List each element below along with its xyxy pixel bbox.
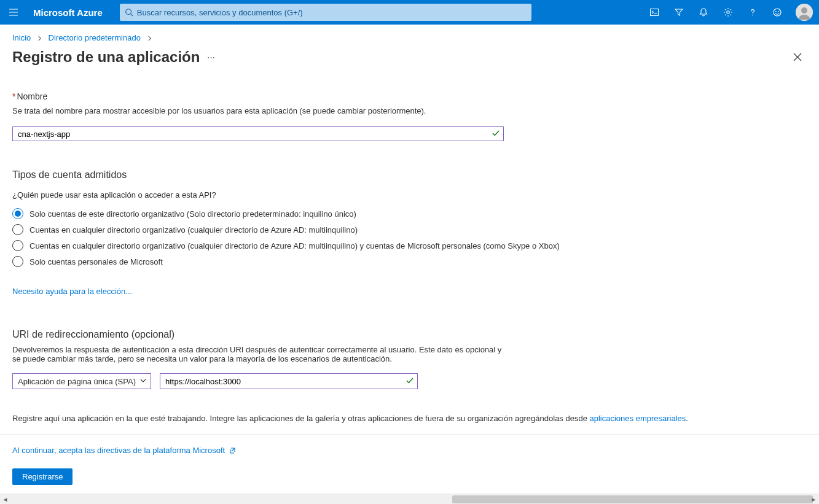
account-option-personal-only[interactable]: Solo cuentas personales de Microsoft <box>12 256 819 267</box>
close-icon <box>793 53 802 61</box>
hamburger-icon <box>9 7 18 17</box>
svg-line-1 <box>130 14 133 17</box>
feedback-button[interactable] <box>765 0 790 25</box>
svg-rect-2 <box>651 9 659 16</box>
filter-icon <box>674 7 684 17</box>
checkmark-icon <box>406 376 414 385</box>
svg-point-8 <box>801 7 807 14</box>
bell-icon <box>699 7 708 17</box>
radio-icon <box>12 224 23 235</box>
settings-button[interactable] <box>716 0 740 25</box>
name-input-wrapper <box>12 126 504 141</box>
person-icon <box>796 4 813 21</box>
notifications-button[interactable] <box>691 0 716 25</box>
azure-topbar: Microsoft Azure <box>0 0 819 25</box>
svg-point-5 <box>775 11 777 12</box>
redirect-heading: URI de redireccionamiento (opcional) <box>12 329 819 340</box>
svg-point-4 <box>774 9 781 16</box>
svg-point-6 <box>778 11 779 12</box>
enterprise-apps-link[interactable]: aplicaciones empresariales <box>590 414 686 423</box>
search-icon <box>125 8 133 17</box>
platform-select-value: Aplicación de página única (SPA) <box>18 377 136 386</box>
account-types-heading: Tipos de cuenta admitidos <box>12 169 819 180</box>
radio-label: Cuentas en cualquier directorio organiza… <box>29 241 560 250</box>
svg-point-3 <box>727 11 729 14</box>
redirect-uri-input-wrapper <box>160 373 418 389</box>
help-button[interactable] <box>740 0 765 25</box>
enterprise-apps-note: Registre aquí una aplicación en la que e… <box>12 414 819 423</box>
page-header: Registro de una aplicación ⋯ <box>12 48 819 66</box>
account-help-link[interactable]: Necesito ayuda para la elección... <box>12 287 132 296</box>
account-types-question: ¿Quién puede usar esta aplicación o acce… <box>12 190 819 200</box>
radio-label: Solo cuentas personales de Microsoft <box>29 257 163 266</box>
more-actions-button[interactable]: ⋯ <box>207 53 216 62</box>
chevron-down-icon <box>139 377 147 384</box>
global-search[interactable] <box>120 4 531 21</box>
radio-icon <box>12 240 23 251</box>
breadcrumb-home[interactable]: Inicio <box>12 33 31 42</box>
cloud-shell-button[interactable] <box>642 0 667 25</box>
account-option-multi-tenant[interactable]: Cuentas en cualquier directorio organiza… <box>12 224 819 235</box>
menu-toggle-button[interactable] <box>0 0 27 25</box>
chevron-right-icon <box>147 36 152 41</box>
chevron-right-icon <box>37 36 42 41</box>
name-label: *Nombre <box>12 91 688 101</box>
account-avatar[interactable] <box>796 4 813 21</box>
checkmark-icon <box>492 129 500 138</box>
name-description: Se trata del nombre para mostrar accesib… <box>12 106 688 115</box>
account-option-multi-personal[interactable]: Cuentas en cualquier directorio organiza… <box>12 240 819 251</box>
redirect-uri-row: Aplicación de página única (SPA) <box>12 373 819 389</box>
account-option-single-tenant[interactable]: Solo cuentas de este directorio organiza… <box>12 208 819 219</box>
svg-point-0 <box>126 9 131 15</box>
policies-link[interactable]: Al continuar, acepta las directivas de l… <box>12 446 236 455</box>
redirect-description: Devolveremos la respuesta de autenticaci… <box>12 345 504 363</box>
global-search-input[interactable] <box>137 8 527 17</box>
scroll-left-icon: ◄ <box>0 494 10 504</box>
horizontal-scrollbar[interactable]: ◄ ► <box>0 494 819 504</box>
cloud-shell-icon <box>649 7 659 17</box>
platform-select[interactable]: Aplicación de página única (SPA) <box>12 373 151 389</box>
breadcrumb: Inicio Directorio predeterminado <box>12 25 819 46</box>
close-blade-button[interactable] <box>791 50 804 64</box>
external-link-icon <box>229 447 236 454</box>
radio-label: Cuentas en cualquier directorio organiza… <box>29 225 358 235</box>
breadcrumb-directory[interactable]: Directorio predeterminado <box>49 33 141 42</box>
page-content: Inicio Directorio predeterminado Registr… <box>0 25 819 504</box>
radio-icon <box>12 208 23 219</box>
brand-label[interactable]: Microsoft Azure <box>27 7 115 18</box>
name-section: *Nombre Se trata del nombre para mostrar… <box>12 91 688 141</box>
scrollbar-thumb[interactable] <box>452 495 813 503</box>
blade-footer: Al continuar, acepta las directivas de l… <box>0 434 819 494</box>
directories-button[interactable] <box>667 0 691 25</box>
redirect-uri-input[interactable] <box>160 373 418 389</box>
radio-label: Solo cuentas de este directorio organiza… <box>29 209 356 219</box>
scroll-right-icon: ► <box>809 494 819 504</box>
help-icon <box>748 7 758 17</box>
gear-icon <box>723 7 733 17</box>
page-title: Registro de una aplicación <box>12 48 200 66</box>
app-name-input[interactable] <box>12 126 504 141</box>
smiley-icon <box>772 7 782 17</box>
radio-icon <box>12 256 23 267</box>
account-types-group: Solo cuentas de este directorio organiza… <box>12 208 819 267</box>
register-button[interactable]: Registrarse <box>12 468 72 485</box>
